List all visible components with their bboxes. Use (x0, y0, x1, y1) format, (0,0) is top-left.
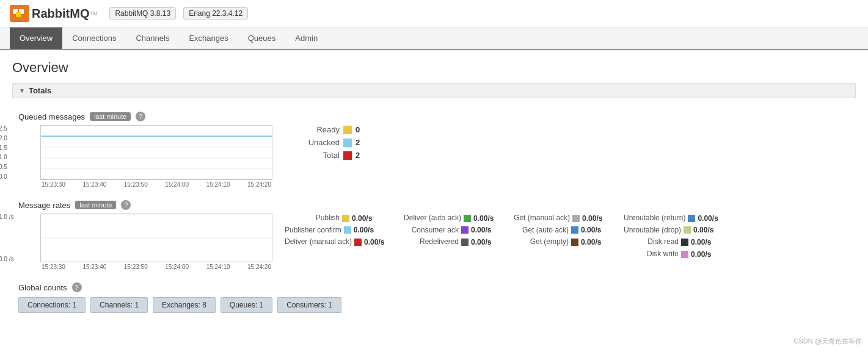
legend-ready: Ready 0 (291, 125, 360, 134)
exchanges-count-btn[interactable]: Exchanges: 8 (153, 297, 216, 313)
content: Overview ▼ Totals Queued messages last m… (0, 50, 868, 335)
rates-x-labels: 15:23:30 15:23:40 15:23:50 15:24:00 15:2… (40, 264, 272, 270)
nav-admin[interactable]: Admin (285, 27, 327, 49)
consumer-ack-dot (461, 226, 469, 234)
queued-messages-badge: last minute (90, 112, 131, 121)
queued-messages-help[interactable]: ? (136, 112, 145, 121)
queued-messages-chart-area: 2.5 2.0 1.5 1.0 0.5 0.0 (18, 125, 856, 188)
get-manual-dot (572, 215, 580, 222)
global-counts-help[interactable]: ? (72, 282, 82, 292)
rate-deliver-auto: Deliver (auto ack) 0.00/s (404, 214, 501, 223)
rate-unroutable-return: Unroutable (return) 0.00/s (624, 214, 725, 223)
legend-unacked: Unacked 2 (291, 138, 360, 147)
disk-write-dot (681, 251, 688, 258)
message-rates-label: Message rates last minute ? (18, 200, 856, 210)
totals-section: ▼ Totals Queued messages last minute ? 2… (12, 83, 856, 188)
totals-arrow: ▼ (19, 87, 25, 94)
nav-exchanges[interactable]: Exchanges (179, 27, 238, 49)
rates-col-1: Publish 0.00/s Publisher confirm 0.00/s … (285, 214, 392, 259)
total-dot (343, 151, 352, 160)
rates-legends: Publish 0.00/s Publisher confirm 0.00/s … (285, 214, 725, 259)
legend-total: Total 2 (291, 151, 360, 160)
deliver-manual-dot (354, 239, 362, 246)
totals-label: Totals (29, 86, 51, 95)
global-counts-text: Global counts (18, 283, 67, 292)
rate-publish: Publish 0.00/s (285, 214, 392, 223)
rabbitmq-version: RabbitMQ 3.8.13 (109, 7, 176, 20)
rate-get-auto: Get (auto ack) 0.00/s (514, 226, 611, 235)
nav-queues[interactable]: Queues (238, 27, 286, 49)
rate-deliver-manual: Deliver (manual ack) 0.00/s (285, 237, 392, 247)
page-title: Overview (12, 60, 856, 76)
queued-x-labels: 15:23:30 15:23:40 15:23:50 15:24:00 15:2… (40, 181, 272, 188)
deliver-auto-dot (464, 215, 471, 222)
rate-get-manual: Get (manual ack) 0.00/s (514, 214, 611, 223)
global-counts-label: Global counts ? (18, 282, 856, 292)
rate-redelivered: Redelivered 0.00/s (404, 237, 501, 247)
logo-icon (10, 5, 29, 22)
queued-messages-label: Queued messages last minute ? (18, 112, 856, 121)
message-rates-text: Message rates (18, 201, 70, 210)
rate-disk-write: Disk write 0.00/s (624, 250, 725, 259)
logo-text: RabbitMQ (32, 7, 89, 21)
queued-messages-text: Queued messages (18, 112, 85, 121)
connections-count-btn[interactable]: Connections: 1 (18, 297, 86, 313)
get-empty-dot (571, 239, 578, 246)
queued-y-labels: 2.5 2.0 1.5 1.0 0.5 0.0 (0, 125, 7, 180)
logo: RabbitMQ TM (10, 5, 97, 22)
rate-disk-read: Disk read 0.00/s (624, 237, 725, 247)
rates-chart (40, 214, 272, 262)
consumers-count-btn[interactable]: Consumers: 1 (277, 297, 341, 313)
queued-messages-chart-wrapper: 2.5 2.0 1.5 1.0 0.5 0.0 (18, 125, 272, 188)
unroutable-drop-dot (684, 226, 691, 234)
rate-get-empty: Get (empty) 0.00/s (514, 237, 611, 247)
nav-overview[interactable]: Overview (10, 27, 62, 49)
queues-count-btn[interactable]: Queues: 1 (221, 297, 272, 313)
rate-unroutable-drop: Unroutable (drop) 0.00/s (624, 226, 725, 235)
header: RabbitMQ TM RabbitMQ 3.8.13 Erlang 22.3.… (0, 0, 868, 27)
nav-connections[interactable]: Connections (62, 27, 126, 49)
channels-count-btn[interactable]: Channels: 1 (90, 297, 148, 313)
redelivered-dot (461, 239, 469, 246)
logo-tm: TM (89, 10, 97, 16)
totals-header[interactable]: ▼ Totals (12, 83, 856, 98)
disk-read-dot (681, 239, 688, 246)
count-buttons: Connections: 1 Channels: 1 Exchanges: 8 … (18, 297, 856, 313)
unroutable-return-dot (688, 215, 695, 222)
rates-chart-wrapper: 1.0 /s 0.0 /s 15:23:30 15:23:40 (18, 214, 272, 270)
rates-chart-area: 1.0 /s 0.0 /s 15:23:30 15:23:40 (18, 214, 856, 270)
nav-channels[interactable]: Channels (126, 27, 179, 49)
version-info: RabbitMQ 3.8.13 Erlang 22.3.4.12 (109, 7, 248, 20)
rate-publisher-confirm: Publisher confirm 0.00/s (285, 226, 392, 235)
rates-col-4: Unroutable (return) 0.00/s Unroutable (d… (624, 214, 725, 259)
message-rates-section: Message rates last minute ? 1.0 /s 0.0 /… (12, 200, 856, 270)
ready-dot (343, 126, 352, 134)
erlang-version: Erlang 22.3.4.12 (183, 7, 248, 20)
message-rates-help[interactable]: ? (121, 200, 131, 210)
svg-rect-2 (16, 12, 21, 17)
rate-consumer-ack: Consumer ack 0.00/s (404, 226, 501, 235)
queued-messages-chart (40, 125, 272, 180)
rates-col-3: Get (manual ack) 0.00/s Get (auto ack) 0… (514, 214, 611, 259)
unacked-dot (343, 138, 352, 147)
global-counts-section: Global counts ? Connections: 1 Channels:… (12, 282, 856, 313)
publish-dot (342, 215, 349, 222)
rates-y-labels: 1.0 /s 0.0 /s (0, 214, 13, 262)
message-rates-badge: last minute (75, 201, 116, 209)
rates-col-2: Deliver (auto ack) 0.00/s Consumer ack 0… (404, 214, 501, 259)
get-auto-dot (571, 226, 578, 234)
queued-legend: Ready 0 Unacked 2 Total 2 (291, 125, 360, 160)
publisher-confirm-dot (344, 226, 351, 234)
main-nav: Overview Connections Channels Exchanges … (0, 27, 868, 50)
